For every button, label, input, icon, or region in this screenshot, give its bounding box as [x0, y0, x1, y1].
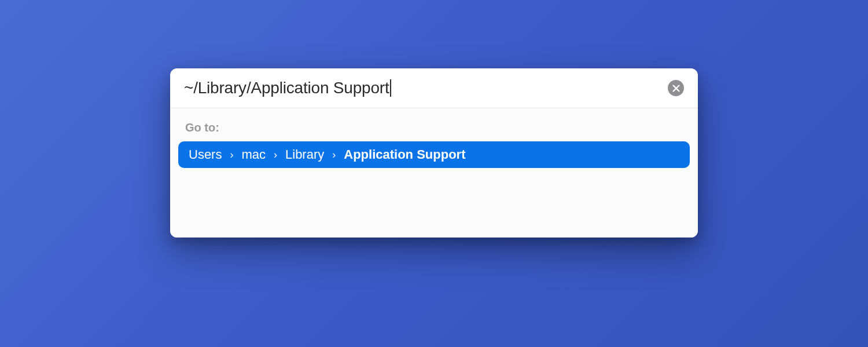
result-row-selected[interactable]: Users › mac › Library › Application Supp… [178, 141, 690, 168]
close-icon [672, 85, 680, 92]
go-to-label: Go to: [178, 121, 690, 134]
path-input-text: ~/Library/Application Support [184, 79, 389, 97]
path-input[interactable]: ~/Library/Application Support [184, 79, 661, 97]
breadcrumb-segment: mac [241, 147, 266, 162]
chevron-right-icon: › [332, 149, 336, 161]
breadcrumb-segment-current: Application Support [344, 147, 465, 162]
chevron-right-icon: › [230, 149, 233, 161]
search-row: ~/Library/Application Support [170, 68, 698, 108]
text-cursor [390, 79, 391, 97]
chevron-right-icon: › [274, 149, 277, 161]
breadcrumb-segment: Library [285, 147, 324, 162]
clear-button[interactable] [668, 80, 684, 96]
breadcrumb-segment: Users [189, 147, 222, 162]
go-to-folder-dialog: ~/Library/Application Support Go to: Use… [170, 68, 698, 238]
results-area: Go to: Users › mac › Library › Applicati… [170, 108, 698, 238]
